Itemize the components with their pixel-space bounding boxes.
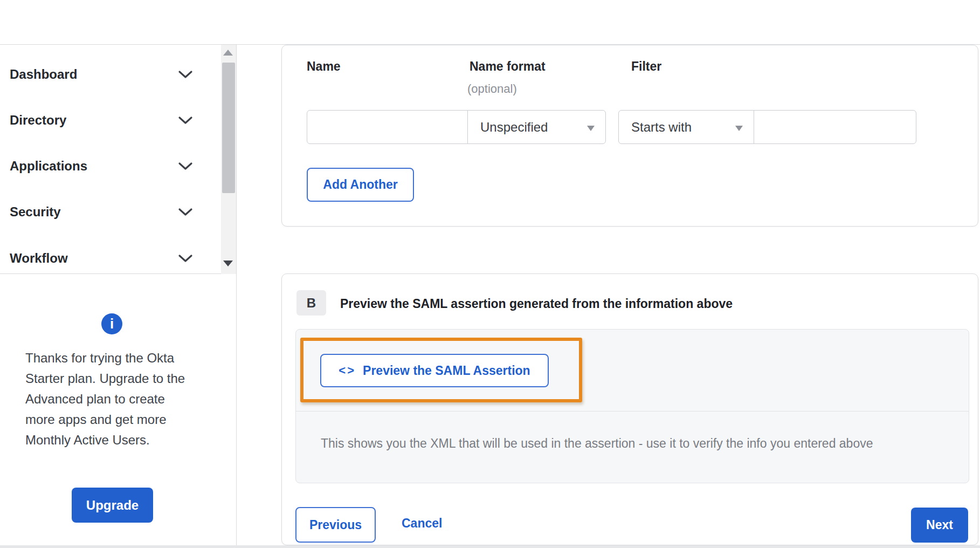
info-icon: i xyxy=(101,313,122,334)
sidebar-item-applications[interactable]: Applications xyxy=(0,150,217,182)
add-another-button[interactable]: Add Another xyxy=(307,168,414,202)
name-format-column-label: Name format xyxy=(470,59,546,74)
sidebar-scrollbar-thumb[interactable] xyxy=(222,63,235,193)
name-format-optional-hint: (optional) xyxy=(467,82,517,96)
filter-operator-selected-value: Starts with xyxy=(631,120,692,135)
preview-saml-card: B Preview the SAML assertion generated f… xyxy=(281,273,978,545)
scrollbar-down-arrow-icon[interactable] xyxy=(223,261,233,266)
filter-value-input[interactable] xyxy=(754,110,916,144)
cancel-link[interactable]: Cancel xyxy=(402,516,442,531)
preview-description: This shows you the XML that will be used… xyxy=(321,436,873,451)
preview-button-label: Preview the SAML Assertion xyxy=(363,364,530,378)
bottom-page-edge xyxy=(0,545,980,548)
sidebar-item-dashboard[interactable]: Dashboard xyxy=(0,58,217,91)
preview-saml-assertion-button[interactable]: <> Preview the SAML Assertion xyxy=(320,354,549,387)
sidebar-item-label: Directory xyxy=(10,113,66,128)
sidebar-item-label: Applications xyxy=(10,159,87,174)
name-format-select[interactable]: Unspecified xyxy=(467,110,606,144)
sidebar-item-label: Workflow xyxy=(10,251,68,266)
chevron-down-icon xyxy=(178,162,193,171)
sidebar-nav: Dashboard Directory Applications Securit… xyxy=(0,45,236,274)
name-column-label: Name xyxy=(307,59,341,74)
attribute-name-input[interactable] xyxy=(307,110,468,144)
sidebar-item-security[interactable]: Security xyxy=(0,196,217,228)
chevron-down-icon xyxy=(178,70,193,79)
filter-operator-select[interactable]: Starts with xyxy=(618,110,754,144)
trial-notice-text: Thanks for trying the Okta Starter plan.… xyxy=(25,348,194,450)
step-b-badge: B xyxy=(296,290,326,316)
dropdown-caret-icon xyxy=(587,126,595,131)
chevron-down-icon xyxy=(178,254,193,263)
section-b-title: Preview the SAML assertion generated fro… xyxy=(340,297,733,311)
code-icon: <> xyxy=(339,364,356,378)
next-button[interactable]: Next xyxy=(911,508,968,543)
chevron-down-icon xyxy=(178,208,193,217)
dropdown-caret-icon xyxy=(735,126,743,131)
top-header xyxy=(0,0,980,45)
upgrade-button[interactable]: Upgrade xyxy=(72,488,153,523)
previous-button[interactable]: Previous xyxy=(295,507,376,543)
preview-panel: <> Preview the SAML Assertion This shows… xyxy=(295,329,969,483)
filter-column-label: Filter xyxy=(631,59,661,74)
sidebar-item-directory[interactable]: Directory xyxy=(0,104,217,136)
panel-divider xyxy=(296,411,969,412)
name-format-selected-value: Unspecified xyxy=(480,120,548,135)
attribute-statements-card: Name Name format (optional) Filter Unspe… xyxy=(281,45,978,227)
chevron-down-icon xyxy=(178,116,193,125)
sidebar-item-label: Dashboard xyxy=(10,67,77,82)
scrollbar-up-arrow-icon[interactable] xyxy=(223,50,233,56)
okta-admin-page: okta Dashboard Directory Applications Se… xyxy=(0,0,980,548)
sidebar-item-label: Security xyxy=(10,204,61,220)
sidebar-item-workflow[interactable]: Workflow xyxy=(0,242,217,275)
sidebar-divider xyxy=(236,45,237,548)
